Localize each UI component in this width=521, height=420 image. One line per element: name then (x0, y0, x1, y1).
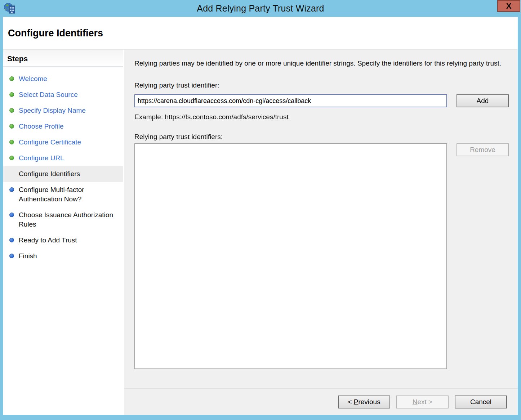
relying-party-identifier-input[interactable] (134, 94, 447, 107)
close-button[interactable]: X (497, 0, 520, 12)
identifier-input-label: Relying party trust identifier: (134, 81, 510, 89)
step-item-choose-issuance-rules: Choose Issuance Authorization Rules (3, 207, 123, 232)
step-bullet-upcoming-icon (9, 213, 14, 217)
wizard-page-content: Relying parties may be identified by one… (124, 50, 518, 388)
step-bullet-completed-icon (9, 140, 14, 144)
wizard-window: Add Relying Party Trust Wizard X Configu… (0, 0, 521, 420)
steps-sidebar: Steps Welcome Select Data Source Specify… (3, 50, 123, 415)
step-bullet-completed-icon (9, 171, 14, 176)
step-bullet-upcoming-icon (9, 187, 14, 192)
titlebar: Add Relying Party Trust Wizard X (0, 0, 521, 17)
relying-party-identifiers-listbox[interactable] (134, 143, 447, 369)
example-text: Example: https://fs.contoso.com/adfs/ser… (134, 113, 510, 121)
wizard-body: Configure Identifiers Steps Welcome Sele… (3, 17, 518, 415)
step-item-choose-profile: Choose Profile (3, 119, 123, 134)
page-title: Configure Identifiers (8, 28, 103, 39)
step-item-configure-certificate: Configure Certificate (3, 134, 123, 150)
intro-text: Relying parties may be identified by one… (134, 58, 506, 68)
step-item-select-data-source: Select Data Source (3, 87, 123, 103)
steps-heading: Steps (3, 50, 123, 67)
step-bullet-upcoming-icon (9, 238, 14, 242)
add-button[interactable]: Add (457, 94, 509, 107)
identifiers-list-label: Relying party trust identifiers: (134, 133, 510, 141)
step-bullet-completed-icon (9, 124, 14, 129)
step-bullet-completed-icon (9, 156, 14, 160)
step-item-specify-display-name: Specify Display Name (3, 103, 123, 119)
step-item-configure-url: Configure URL (3, 150, 123, 166)
previous-button[interactable]: < Previous (338, 396, 390, 408)
step-item-finish: Finish (3, 248, 123, 264)
step-item-welcome: Welcome (3, 71, 123, 87)
cancel-button[interactable]: Cancel (455, 396, 507, 408)
window-title: Add Relying Party Trust Wizard (0, 3, 521, 14)
step-bullet-completed-icon (9, 92, 14, 97)
page-header: Configure Identifiers (3, 17, 518, 50)
step-item-configure-mfa: Configure Multi-factor Authentication No… (3, 182, 123, 207)
step-item-ready-to-add-trust: Ready to Add Trust (3, 232, 123, 248)
step-bullet-completed-icon (9, 76, 14, 81)
step-bullet-upcoming-icon (9, 254, 14, 258)
steps-list: Welcome Select Data Source Specify Displ… (3, 67, 123, 264)
remove-button[interactable]: Remove (457, 143, 509, 156)
wizard-footer: < Previous Next > Cancel (124, 388, 518, 415)
step-item-configure-identifiers: Configure Identifiers (3, 166, 123, 182)
next-button[interactable]: Next > (396, 396, 449, 408)
step-bullet-completed-icon (9, 108, 14, 113)
